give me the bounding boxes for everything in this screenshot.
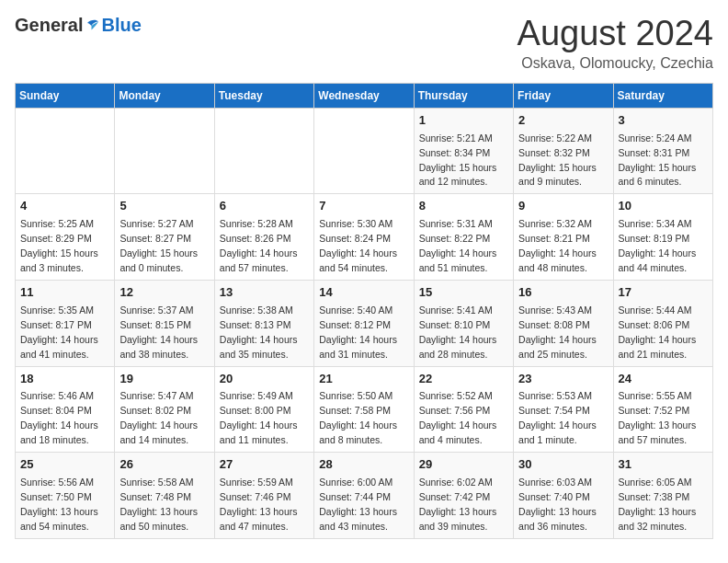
calendar-cell [214, 108, 313, 194]
title-block: August 2024 Oskava, Olomoucky, Czechia [518, 15, 713, 72]
day-number: 11 [20, 284, 109, 302]
day-number: 12 [119, 284, 209, 302]
calendar-cell: 31Sunrise: 6:05 AM Sunset: 7:38 PM Dayli… [613, 453, 712, 539]
day-info: Sunrise: 5:43 AM Sunset: 8:08 PM Dayligh… [518, 304, 597, 360]
logo: General Blue [15, 15, 142, 36]
calendar-cell: 2Sunrise: 5:22 AM Sunset: 8:32 PM Daylig… [514, 108, 613, 194]
day-info: Sunrise: 5:44 AM Sunset: 8:06 PM Dayligh… [619, 304, 697, 360]
calendar-cell: 26Sunrise: 5:58 AM Sunset: 7:48 PM Dayli… [115, 453, 214, 539]
calendar-cell: 23Sunrise: 5:53 AM Sunset: 7:54 PM Dayli… [514, 366, 613, 453]
day-number: 23 [518, 371, 608, 388]
days-of-week-row: SundayMondayTuesdayWednesdayThursdayFrid… [16, 83, 713, 108]
calendar-cell: 10Sunrise: 5:34 AM Sunset: 8:19 PM Dayli… [613, 194, 712, 281]
day-number: 6 [220, 198, 309, 215]
day-number: 5 [119, 198, 209, 215]
day-number: 27 [220, 456, 309, 474]
day-of-week-header: Saturday [613, 83, 712, 108]
day-of-week-header: Tuesday [214, 83, 313, 108]
day-number: 10 [619, 198, 708, 215]
day-info: Sunrise: 5:50 AM Sunset: 7:58 PM Dayligh… [319, 390, 397, 445]
calendar-cell: 21Sunrise: 5:50 AM Sunset: 7:58 PM Dayli… [314, 366, 414, 453]
calendar-week-row: 11Sunrise: 5:35 AM Sunset: 8:17 PM Dayli… [16, 280, 713, 366]
calendar-week-row: 25Sunrise: 5:56 AM Sunset: 7:50 PM Dayli… [16, 453, 713, 539]
day-of-week-header: Thursday [414, 83, 513, 108]
calendar-cell: 28Sunrise: 6:00 AM Sunset: 7:44 PM Dayli… [314, 453, 414, 539]
calendar-table: SundayMondayTuesdayWednesdayThursdayFrid… [15, 83, 713, 539]
calendar-body: 1Sunrise: 5:21 AM Sunset: 8:34 PM Daylig… [16, 108, 713, 538]
day-number: 9 [518, 198, 608, 215]
calendar-cell: 11Sunrise: 5:35 AM Sunset: 8:17 PM Dayli… [16, 280, 115, 366]
logo-bird-icon [85, 17, 101, 34]
calendar-cell: 24Sunrise: 5:55 AM Sunset: 7:52 PM Dayli… [613, 366, 712, 453]
day-info: Sunrise: 5:58 AM Sunset: 7:48 PM Dayligh… [119, 477, 198, 532]
calendar-cell: 3Sunrise: 5:24 AM Sunset: 8:31 PM Daylig… [613, 108, 712, 194]
day-info: Sunrise: 5:35 AM Sunset: 8:17 PM Dayligh… [20, 304, 98, 360]
day-info: Sunrise: 5:30 AM Sunset: 8:24 PM Dayligh… [319, 218, 397, 273]
day-number: 17 [619, 284, 708, 302]
day-number: 22 [419, 371, 508, 388]
day-info: Sunrise: 5:40 AM Sunset: 8:12 PM Dayligh… [319, 304, 397, 360]
calendar-cell: 1Sunrise: 5:21 AM Sunset: 8:34 PM Daylig… [414, 108, 513, 194]
calendar-week-row: 18Sunrise: 5:46 AM Sunset: 8:04 PM Dayli… [16, 366, 713, 453]
day-number: 29 [419, 456, 508, 474]
day-info: Sunrise: 5:49 AM Sunset: 8:00 PM Dayligh… [220, 390, 298, 445]
day-info: Sunrise: 6:03 AM Sunset: 7:40 PM Dayligh… [518, 477, 597, 532]
calendar-cell: 6Sunrise: 5:28 AM Sunset: 8:26 PM Daylig… [214, 194, 313, 281]
calendar-cell: 4Sunrise: 5:25 AM Sunset: 8:29 PM Daylig… [16, 194, 115, 281]
logo-general-text: General [15, 15, 83, 36]
day-number: 1 [419, 112, 508, 130]
calendar-cell: 22Sunrise: 5:52 AM Sunset: 7:56 PM Dayli… [414, 366, 513, 453]
day-number: 16 [518, 284, 608, 302]
calendar-cell: 25Sunrise: 5:56 AM Sunset: 7:50 PM Dayli… [16, 453, 115, 539]
day-number: 20 [220, 371, 309, 388]
day-of-week-header: Sunday [16, 83, 115, 108]
day-info: Sunrise: 5:22 AM Sunset: 8:32 PM Dayligh… [518, 132, 597, 188]
day-number: 31 [619, 456, 708, 474]
day-info: Sunrise: 5:56 AM Sunset: 7:50 PM Dayligh… [20, 477, 98, 532]
location-text: Oskava, Olomoucky, Czechia [518, 55, 713, 72]
day-number: 25 [20, 456, 109, 474]
calendar-cell: 15Sunrise: 5:41 AM Sunset: 8:10 PM Dayli… [414, 280, 513, 366]
day-number: 3 [619, 112, 708, 130]
calendar-week-row: 1Sunrise: 5:21 AM Sunset: 8:34 PM Daylig… [16, 108, 713, 194]
calendar-cell [115, 108, 214, 194]
day-number: 4 [20, 198, 109, 215]
calendar-cell [16, 108, 115, 194]
page-header: General Blue August 2024 Oskava, Olomouc… [15, 15, 713, 72]
day-info: Sunrise: 5:52 AM Sunset: 7:56 PM Dayligh… [419, 390, 497, 445]
day-info: Sunrise: 5:38 AM Sunset: 8:13 PM Dayligh… [220, 304, 298, 360]
day-number: 15 [419, 284, 508, 302]
day-info: Sunrise: 5:41 AM Sunset: 8:10 PM Dayligh… [419, 304, 497, 360]
calendar-cell: 13Sunrise: 5:38 AM Sunset: 8:13 PM Dayli… [214, 280, 313, 366]
day-info: Sunrise: 5:46 AM Sunset: 8:04 PM Dayligh… [20, 390, 98, 445]
calendar-cell: 30Sunrise: 6:03 AM Sunset: 7:40 PM Dayli… [514, 453, 613, 539]
day-info: Sunrise: 5:53 AM Sunset: 7:54 PM Dayligh… [518, 390, 597, 445]
day-number: 7 [319, 198, 408, 215]
calendar-cell: 9Sunrise: 5:32 AM Sunset: 8:21 PM Daylig… [514, 194, 613, 281]
day-of-week-header: Wednesday [314, 83, 414, 108]
day-of-week-header: Friday [514, 83, 613, 108]
day-number: 24 [619, 371, 708, 388]
calendar-cell: 12Sunrise: 5:37 AM Sunset: 8:15 PM Dayli… [115, 280, 214, 366]
day-info: Sunrise: 5:37 AM Sunset: 8:15 PM Dayligh… [119, 304, 198, 360]
day-info: Sunrise: 5:28 AM Sunset: 8:26 PM Dayligh… [220, 218, 298, 273]
calendar-cell: 19Sunrise: 5:47 AM Sunset: 8:02 PM Dayli… [115, 366, 214, 453]
day-info: Sunrise: 5:55 AM Sunset: 7:52 PM Dayligh… [619, 390, 697, 445]
day-number: 21 [319, 371, 408, 388]
day-number: 2 [518, 112, 608, 130]
logo-blue-text: Blue [101, 15, 141, 36]
calendar-cell: 5Sunrise: 5:27 AM Sunset: 8:27 PM Daylig… [115, 194, 214, 281]
day-info: Sunrise: 5:34 AM Sunset: 8:19 PM Dayligh… [619, 218, 697, 273]
day-number: 13 [220, 284, 309, 302]
day-info: Sunrise: 5:27 AM Sunset: 8:27 PM Dayligh… [119, 218, 198, 273]
calendar-cell: 27Sunrise: 5:59 AM Sunset: 7:46 PM Dayli… [214, 453, 313, 539]
day-info: Sunrise: 6:00 AM Sunset: 7:44 PM Dayligh… [319, 477, 397, 532]
calendar-cell: 29Sunrise: 6:02 AM Sunset: 7:42 PM Dayli… [414, 453, 513, 539]
calendar-header: SundayMondayTuesdayWednesdayThursdayFrid… [16, 83, 713, 108]
day-info: Sunrise: 5:24 AM Sunset: 8:31 PM Dayligh… [619, 132, 697, 188]
calendar-cell: 14Sunrise: 5:40 AM Sunset: 8:12 PM Dayli… [314, 280, 414, 366]
day-info: Sunrise: 5:25 AM Sunset: 8:29 PM Dayligh… [20, 218, 98, 273]
day-of-week-header: Monday [115, 83, 214, 108]
calendar-cell: 8Sunrise: 5:31 AM Sunset: 8:22 PM Daylig… [414, 194, 513, 281]
calendar-cell: 20Sunrise: 5:49 AM Sunset: 8:00 PM Dayli… [214, 366, 313, 453]
